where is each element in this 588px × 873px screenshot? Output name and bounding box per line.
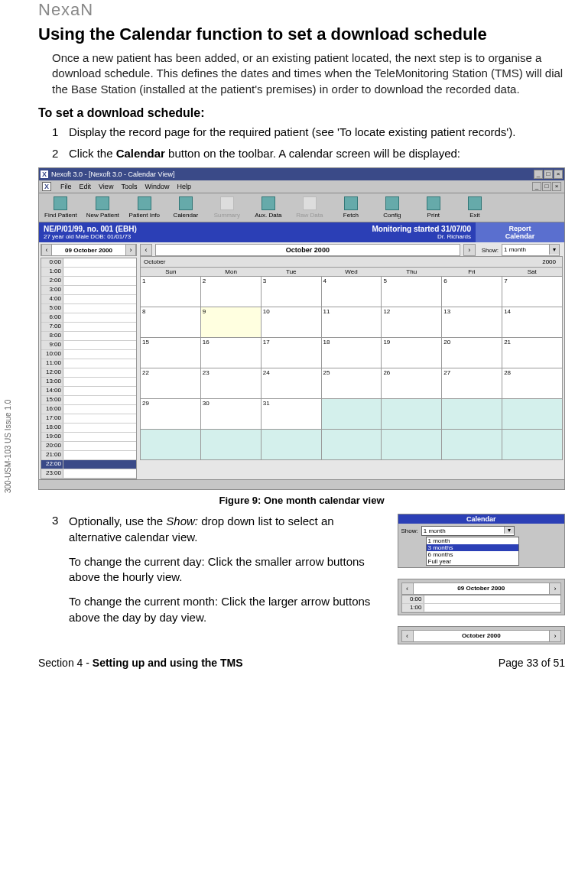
hour-row[interactable]: 8:00 <box>41 332 136 341</box>
month-cell[interactable] <box>382 430 442 460</box>
hour-row[interactable]: 21:00 <box>41 451 136 460</box>
hour-cell[interactable] <box>63 359 136 368</box>
month-cell[interactable]: 20 <box>442 338 502 368</box>
month-cell[interactable]: 12 <box>382 307 442 338</box>
month-cell[interactable]: 13 <box>442 307 502 338</box>
menu-window[interactable]: Window <box>145 183 169 190</box>
month-cell[interactable]: 5 <box>382 277 442 307</box>
close-icon[interactable]: × <box>554 170 563 179</box>
month-cell[interactable] <box>442 430 502 460</box>
hour-cell[interactable] <box>63 387 136 395</box>
month-cell[interactable]: 11 <box>322 307 382 338</box>
month-cell[interactable]: 29 <box>141 399 201 430</box>
mini-next-month-button[interactable]: › <box>549 631 560 641</box>
hour-row[interactable]: 6:00 <box>41 313 136 323</box>
hour-cell[interactable] <box>63 286 136 294</box>
month-cell[interactable]: 8 <box>141 307 201 338</box>
menu-view[interactable]: View <box>99 183 113 190</box>
hour-row[interactable]: 5:00 <box>41 304 136 313</box>
hour-row[interactable]: 2:00 <box>41 277 136 286</box>
hour-cell[interactable] <box>63 332 136 340</box>
patient-info-button[interactable]: Patient Info <box>125 194 164 221</box>
month-cell[interactable]: 27 <box>442 368 502 399</box>
month-cell[interactable] <box>141 430 201 460</box>
month-cell[interactable]: 17 <box>262 338 322 368</box>
config-button[interactable]: Config <box>372 194 412 221</box>
minimize-icon[interactable]: _ <box>534 170 543 179</box>
month-cell[interactable] <box>442 399 502 430</box>
hour-row[interactable]: 18:00 <box>41 424 136 433</box>
hour-cell[interactable] <box>63 341 136 349</box>
hour-row[interactable]: 1:00 <box>41 268 136 277</box>
month-cell[interactable]: 10 <box>262 307 322 338</box>
hour-cell[interactable] <box>63 268 136 276</box>
exit-button[interactable]: Exit <box>455 194 495 221</box>
maximize-icon[interactable]: □ <box>544 170 553 179</box>
hour-row[interactable]: 4:00 <box>41 295 136 304</box>
hour-row[interactable]: 16:00 <box>41 405 136 414</box>
inner-minimize-icon[interactable]: _ <box>532 182 541 191</box>
hour-row[interactable]: 14:00 <box>41 387 136 396</box>
hour-cell[interactable] <box>63 414 136 423</box>
month-cell[interactable]: 24 <box>262 368 322 399</box>
hour-cell[interactable] <box>63 313 136 322</box>
next-month-button[interactable]: › <box>463 244 476 256</box>
month-cell[interactable]: 6 <box>442 277 502 307</box>
mini-show-dropdown[interactable]: 1 month ▾ <box>421 526 515 536</box>
month-cell[interactable]: 2 <box>201 277 262 307</box>
hour-cell[interactable] <box>63 460 136 469</box>
report-calendar-tab[interactable]: Report Calendar <box>476 222 564 242</box>
hour-row[interactable]: 22:00 <box>41 460 136 469</box>
hour-row[interactable]: 0:00 <box>41 258 136 268</box>
dropdown-option[interactable]: 1 month <box>427 537 518 544</box>
month-cell[interactable]: 15 <box>141 338 201 368</box>
inner-maximize-icon[interactable]: □ <box>542 182 551 191</box>
hour-cell[interactable] <box>63 451 136 459</box>
menu-tools[interactable]: Tools <box>121 183 137 190</box>
month-cell[interactable]: 25 <box>322 368 382 399</box>
hour-cell[interactable] <box>63 277 136 285</box>
hour-cell[interactable] <box>63 368 136 377</box>
month-cell[interactable]: 18 <box>322 338 382 368</box>
hour-row[interactable]: 20:00 <box>41 442 136 451</box>
month-cell[interactable] <box>502 399 563 430</box>
find-patient-button[interactable]: Find Patient <box>41 194 81 221</box>
prev-day-button[interactable]: ‹ <box>41 245 52 255</box>
hour-cell[interactable] <box>63 442 136 450</box>
prev-month-button[interactable]: ‹ <box>140 244 152 256</box>
hour-cell[interactable] <box>63 295 136 303</box>
hour-row[interactable]: 10:00 <box>41 350 136 359</box>
month-cell[interactable]: 9 <box>201 307 262 338</box>
hour-cell[interactable] <box>63 424 136 432</box>
mini-prev-month-button[interactable]: ‹ <box>402 631 414 641</box>
mini-prev-day-button[interactable]: ‹ <box>402 583 414 594</box>
hour-cell[interactable] <box>63 323 136 331</box>
month-cell[interactable] <box>382 399 442 430</box>
aux-data-button[interactable]: Aux. Data <box>249 194 288 221</box>
month-cell[interactable] <box>502 430 563 460</box>
next-day-button[interactable]: › <box>125 245 136 255</box>
mini-next-day-button[interactable]: › <box>549 583 560 594</box>
hour-row[interactable]: 3:00 <box>41 286 136 295</box>
month-cell[interactable] <box>201 430 262 460</box>
month-cell[interactable] <box>262 430 322 460</box>
month-cell[interactable]: 31 <box>262 399 322 430</box>
hour-cell[interactable] <box>63 405 136 414</box>
hour-row[interactable]: 11:00 <box>41 359 136 368</box>
month-cell[interactable]: 16 <box>201 338 262 368</box>
show-dropdown[interactable]: 1 month ▾ <box>502 244 560 256</box>
hour-cell[interactable] <box>63 304 136 313</box>
hour-row[interactable]: 15:00 <box>41 396 136 405</box>
month-cell[interactable]: 30 <box>201 399 262 430</box>
hour-row[interactable]: 17:00 <box>41 414 136 424</box>
month-cell[interactable]: 7 <box>502 277 563 307</box>
hour-row[interactable]: 7:00 <box>41 323 136 332</box>
dropdown-option[interactable]: Full year <box>427 558 518 565</box>
month-cell[interactable] <box>322 399 382 430</box>
dropdown-option[interactable]: 3 months <box>427 544 518 551</box>
calendar-button[interactable]: Calendar <box>166 194 206 221</box>
month-cell[interactable] <box>322 430 382 460</box>
hour-row[interactable]: 12:00 <box>41 368 136 378</box>
month-cell[interactable]: 23 <box>201 368 262 399</box>
dropdown-option[interactable]: 6 months <box>427 551 518 558</box>
